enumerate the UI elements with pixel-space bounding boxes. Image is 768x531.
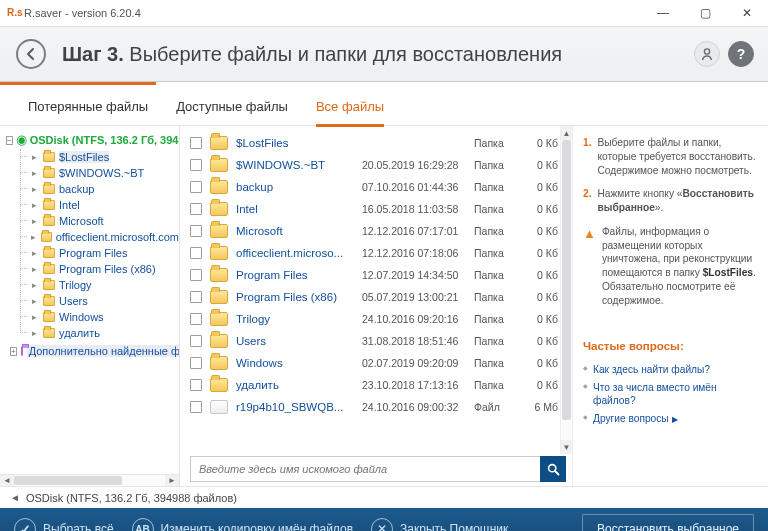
- tree-node[interactable]: ▸Trilogy: [20, 277, 179, 293]
- file-row[interactable]: Users31.08.2018 18:51:46Папка0 Кб: [180, 330, 566, 352]
- file-row[interactable]: удалить23.10.2018 17:13:16Папка0 Кб: [180, 374, 566, 396]
- close-window-button[interactable]: ✕: [726, 0, 768, 27]
- step-prefix: Шаг 3.: [62, 43, 124, 65]
- tree-node[interactable]: ▸backup: [20, 181, 179, 197]
- tree-node[interactable]: ▸Program Files: [20, 245, 179, 261]
- faq-link[interactable]: Другие вопросы: [593, 413, 669, 424]
- row-date: 20.05.2019 16:29:28: [362, 159, 474, 171]
- title-bar: R.s R.saver - version 6.20.4 — ▢ ✕: [0, 0, 768, 27]
- expand-icon[interactable]: +: [10, 347, 17, 356]
- folder-tree[interactable]: − ◉ OSDisk (NTFS, 136.2 Гб, 394988 ф ▸$L…: [0, 126, 179, 474]
- file-row[interactable]: r19p4b10_SBWQB...24.10.2016 09:00:32Файл…: [180, 396, 566, 418]
- row-checkbox[interactable]: [190, 247, 202, 259]
- row-name: удалить: [236, 379, 362, 391]
- restore-selected-button[interactable]: Восстановить выбранное: [582, 514, 754, 531]
- row-date: 12.12.2016 07:17:01: [362, 225, 474, 237]
- expand-icon[interactable]: ▸: [30, 169, 39, 178]
- row-checkbox[interactable]: [190, 203, 202, 215]
- faq-item[interactable]: Другие вопросы ▶: [583, 410, 756, 428]
- tree-node[interactable]: ▸$WINDOWS.~BT: [20, 165, 179, 181]
- expand-icon[interactable]: ▸: [30, 297, 39, 306]
- row-name: Program Files (x86): [236, 291, 362, 303]
- tree-node[interactable]: ▸удалить: [20, 325, 179, 341]
- close-assistant-label: Закрыть Помощник: [400, 522, 508, 531]
- expand-icon[interactable]: ▸: [30, 233, 37, 242]
- expand-icon[interactable]: ▸: [30, 281, 39, 290]
- folder-icon: [210, 268, 228, 282]
- row-checkbox[interactable]: [190, 335, 202, 347]
- file-row[interactable]: $WINDOWS.~BT20.05.2019 16:29:28Папка0 Кб: [180, 154, 566, 176]
- scroll-thumb[interactable]: [562, 140, 571, 420]
- file-row[interactable]: Intel16.05.2018 11:03:58Папка0 Кб: [180, 198, 566, 220]
- expand-icon[interactable]: ▸: [30, 153, 39, 162]
- tree-node[interactable]: ▸officeclient.microsoft.com: [20, 229, 179, 245]
- faq-link[interactable]: Что за числа вместо имён файлов?: [593, 382, 717, 407]
- tree-horizontal-scrollbar[interactable]: ◄ ►: [0, 474, 179, 486]
- expand-icon[interactable]: ▸: [30, 185, 39, 194]
- collapse-icon[interactable]: −: [6, 136, 13, 145]
- tree-node[interactable]: ▸Intel: [20, 197, 179, 213]
- tab-available-files[interactable]: Доступные файлы: [176, 99, 288, 125]
- row-size: 0 Кб: [522, 269, 562, 281]
- row-date: 05.07.2019 13:00:21: [362, 291, 474, 303]
- expand-icon[interactable]: ▸: [30, 249, 39, 258]
- breadcrumb-back-icon[interactable]: ◄: [10, 492, 20, 503]
- extra-found-node[interactable]: + Дополнительно найденные файль: [4, 345, 179, 357]
- row-checkbox[interactable]: [190, 379, 202, 391]
- file-list-vertical-scrollbar[interactable]: ▲ ▼: [560, 126, 572, 454]
- file-row[interactable]: Microsoft12.12.2016 07:17:01Папка0 Кб: [180, 220, 566, 242]
- expand-icon[interactable]: ▸: [30, 329, 39, 338]
- expand-icon[interactable]: ▸: [30, 313, 39, 322]
- expand-icon[interactable]: ▸: [30, 217, 39, 226]
- row-type: Папка: [474, 247, 522, 259]
- close-assistant-button[interactable]: Закрыть Помощник: [371, 518, 508, 531]
- select-all-button[interactable]: Выбрать всё: [14, 518, 114, 531]
- tree-node[interactable]: ▸Program Files (x86): [20, 261, 179, 277]
- faq-item[interactable]: Как здесь найти файлы?: [583, 361, 756, 379]
- back-button[interactable]: [16, 39, 46, 69]
- expand-icon[interactable]: ▸: [30, 265, 39, 274]
- search-button[interactable]: [540, 456, 566, 482]
- tab-all-files[interactable]: Все файлы: [316, 99, 384, 127]
- row-type: Папка: [474, 335, 522, 347]
- scroll-down-icon[interactable]: ▼: [561, 440, 572, 454]
- progress-stripe: [0, 82, 768, 85]
- tree-node[interactable]: ▸$LostFiles: [20, 149, 179, 165]
- tab-lost-files[interactable]: Потерянные файлы: [28, 99, 148, 125]
- file-row[interactable]: officeclient.microso...12.12.2016 07:18:…: [180, 242, 566, 264]
- scroll-right-icon[interactable]: ►: [165, 475, 179, 486]
- row-checkbox[interactable]: [190, 357, 202, 369]
- row-checkbox[interactable]: [190, 159, 202, 171]
- status-bar: ◄ OSDisk (NTFS, 136.2 Гб, 394988 файлов): [0, 486, 768, 508]
- minimize-button[interactable]: —: [642, 0, 684, 27]
- row-checkbox[interactable]: [190, 181, 202, 193]
- scroll-thumb[interactable]: [14, 476, 122, 485]
- file-row[interactable]: backup07.10.2016 01:44:36Папка0 Кб: [180, 176, 566, 198]
- row-checkbox[interactable]: [190, 401, 202, 413]
- row-checkbox[interactable]: [190, 225, 202, 237]
- scroll-left-icon[interactable]: ◄: [0, 475, 14, 486]
- scroll-up-icon[interactable]: ▲: [561, 126, 572, 140]
- row-checkbox[interactable]: [190, 269, 202, 281]
- expand-icon[interactable]: ▸: [30, 201, 39, 210]
- file-row[interactable]: $LostFilesПапка0 Кб: [180, 132, 566, 154]
- file-row[interactable]: Windows02.07.2019 09:20:09Папка0 Кб: [180, 352, 566, 374]
- row-checkbox[interactable]: [190, 137, 202, 149]
- file-row[interactable]: Trilogy24.10.2016 09:20:16Папка0 Кб: [180, 308, 566, 330]
- tree-node[interactable]: ▸Microsoft: [20, 213, 179, 229]
- tree-node[interactable]: ▸Windows: [20, 309, 179, 325]
- user-button[interactable]: [694, 41, 720, 67]
- row-checkbox[interactable]: [190, 291, 202, 303]
- tree-root-node[interactable]: − ◉ OSDisk (NTFS, 136.2 Гб, 394988 ф: [4, 132, 179, 149]
- file-row[interactable]: Program Files (x86)05.07.2019 13:00:21Па…: [180, 286, 566, 308]
- help-button[interactable]: ?: [728, 41, 754, 67]
- file-list[interactable]: $LostFilesПапка0 Кб$WINDOWS.~BT20.05.201…: [180, 126, 572, 454]
- row-checkbox[interactable]: [190, 313, 202, 325]
- maximize-button[interactable]: ▢: [684, 0, 726, 27]
- tree-node[interactable]: ▸Users: [20, 293, 179, 309]
- file-row[interactable]: Program Files12.07.2019 14:34:50Папка0 К…: [180, 264, 566, 286]
- change-encoding-button[interactable]: АВ Изменить кодировку имён файлов: [132, 518, 353, 531]
- faq-item[interactable]: Что за числа вместо имён файлов?: [583, 379, 756, 411]
- faq-link[interactable]: Как здесь найти файлы?: [593, 364, 710, 375]
- search-input[interactable]: [190, 456, 540, 482]
